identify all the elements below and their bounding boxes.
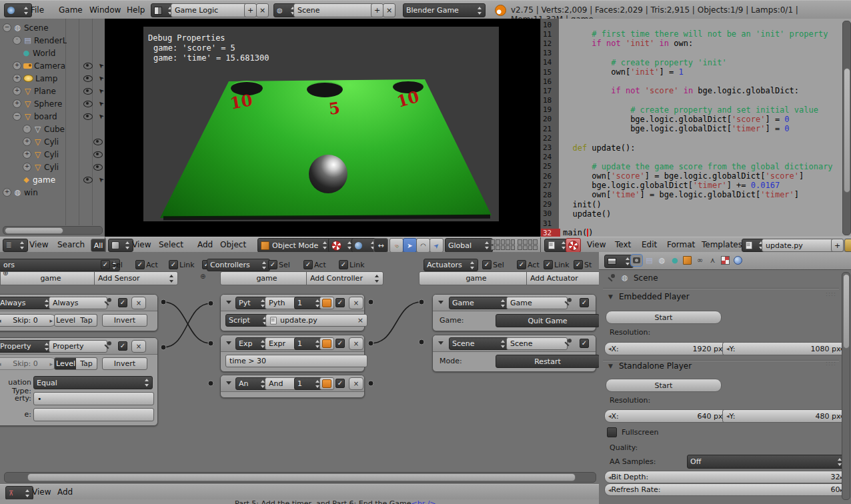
controller-and-mark-button[interactable] xyxy=(319,377,334,390)
actuators-filter-state-checkbox[interactable]: ✓ xyxy=(574,260,583,269)
selectable-pointer-icon[interactable]: ➤ xyxy=(96,74,105,83)
embedded-resolution-x-stepper[interactable]: ◂X:1920 px▸ xyxy=(604,342,730,355)
sensors-plus-icon[interactable]: ⊕ xyxy=(3,269,8,277)
tab-object-data[interactable]: ⋏ xyxy=(707,255,718,266)
code-line-19[interactable]: 19 # create property and set initial val… xyxy=(541,105,834,115)
expand-toggle[interactable]: + xyxy=(13,74,21,83)
sensors-filter-act-checkbox[interactable]: ✓ xyxy=(135,260,145,269)
code-line-30[interactable]: 30 update() xyxy=(541,209,834,219)
selectable-pointer-icon[interactable]: ➤ xyxy=(96,61,105,71)
outliner-filter-all-button[interactable]: All xyxy=(91,239,106,252)
expand-toggle[interactable]: + xyxy=(13,87,21,95)
manipulator-toggle-button[interactable]: ↔ xyxy=(373,238,388,253)
controller-and-type-dropdown[interactable]: An xyxy=(235,377,269,390)
tab-world[interactable]: ● xyxy=(669,255,680,266)
tab-render-layers[interactable]: ▤ xyxy=(644,255,655,266)
actuators-filter-act-checkbox[interactable]: ✓ xyxy=(517,260,526,269)
editor-type-3dview-dropdown[interactable] xyxy=(108,239,133,252)
selectable-pointer-icon[interactable]: ➤ xyxy=(96,175,105,185)
sensor-always-delete-button[interactable]: × xyxy=(131,297,146,309)
text-menu-templates[interactable]: Templates xyxy=(702,240,742,249)
tab-object[interactable] xyxy=(682,255,693,266)
logic-hscrollbar[interactable] xyxy=(4,472,596,483)
value-field[interactable] xyxy=(33,408,154,421)
panel-collapse-triangle[interactable]: ▼ xyxy=(608,363,613,369)
layers-grid[interactable] xyxy=(491,239,515,250)
actuators-filter-link-checkbox[interactable]: ✓ xyxy=(544,260,553,269)
evaluation-type-dropdown[interactable]: Equal xyxy=(33,376,153,389)
sensor-property-tap-button[interactable]: Tap xyxy=(76,357,97,370)
sensor-brick-property[interactable]: Property Property ✓ × ◂Skip: 0▸ Level Ta… xyxy=(0,337,158,426)
text-menu-view[interactable]: View xyxy=(587,240,606,249)
code-line-20[interactable]: 20 bge.logic.globalDict['score'] = 0 xyxy=(541,115,834,124)
code-line-13[interactable]: 13 xyxy=(541,49,834,58)
outliner-item-label[interactable]: Cyli xyxy=(44,163,59,172)
actuator-game-enable-checkbox[interactable]: ✓ xyxy=(580,298,589,307)
texteditor-vscrollbar[interactable] xyxy=(842,21,851,235)
pin-icon[interactable] xyxy=(103,297,113,307)
close-layout-button[interactable]: × xyxy=(256,3,269,17)
editor-type-logic-dropdown[interactable]: ⊼ xyxy=(5,486,33,500)
outliner-row-world[interactable]: World xyxy=(0,47,105,59)
code-line-21[interactable]: 21 bge.logic.globalDict['timer'] = 0 xyxy=(541,124,834,133)
outliner-menu-view[interactable]: View xyxy=(29,240,48,249)
code-area[interactable]: 1011 # first time there will not be an '… xyxy=(541,20,834,237)
expand-toggle[interactable]: + xyxy=(3,188,11,197)
mode-dropdown[interactable]: Object Mode xyxy=(257,238,331,253)
actuator-game-type-dropdown[interactable]: Game xyxy=(449,297,509,309)
tab-texture[interactable] xyxy=(720,255,731,266)
manipulator-translate-button[interactable]: ➤ xyxy=(403,238,417,253)
code-line-29[interactable]: 29 init() xyxy=(541,200,834,209)
code-line-27[interactable]: 27 bge.logic.globalDict['timer'] += 0.01… xyxy=(541,181,834,190)
controller-python-delete-button[interactable]: × xyxy=(349,297,363,309)
controller-python-enable-checkbox[interactable]: ✓ xyxy=(335,298,345,307)
sensor-always-type-dropdown[interactable]: Always xyxy=(0,297,53,309)
screen-layout-name-field[interactable]: Game Logic xyxy=(171,3,251,17)
code-line-14[interactable]: 14 # create property 'init' xyxy=(541,58,834,67)
panel-grip[interactable]: :::: xyxy=(826,360,836,367)
controllers-plus-icon[interactable]: ⊕ xyxy=(200,273,205,280)
actuators-filter-sel-checkbox[interactable]: ✓ xyxy=(482,260,492,269)
standalone-resolution-y-stepper[interactable]: ◂Y:480 px▸ xyxy=(722,409,848,423)
actuators-type-dropdown[interactable]: Actuators xyxy=(423,259,478,271)
selectable-pointer-icon[interactable]: ➤ xyxy=(96,112,105,121)
actuator-game-name-field[interactable]: Game xyxy=(506,297,568,309)
controller-and-enable-checkbox[interactable]: ✓ xyxy=(335,379,345,388)
code-line-11[interactable]: 11 # first time there will not be an 'in… xyxy=(541,29,834,39)
visibility-eye-icon[interactable] xyxy=(93,151,103,158)
outliner-row-cyli[interactable]: +Cyli➤ xyxy=(0,148,105,161)
pin-icon[interactable] xyxy=(564,338,573,347)
aa-samples-dropdown[interactable]: Off xyxy=(687,455,846,469)
sensors-filter-link-checkbox[interactable]: ✓ xyxy=(169,260,178,269)
actuator-scene-mode-dropdown[interactable]: Restart xyxy=(496,355,600,368)
collapse-triangle[interactable] xyxy=(438,341,444,345)
outliner-item-label[interactable]: Cyli xyxy=(44,137,59,147)
visibility-eye-icon[interactable] xyxy=(83,88,93,95)
expand-toggle[interactable]: + xyxy=(23,163,31,171)
expand-toggle[interactable]: − xyxy=(3,23,11,32)
code-line-25[interactable]: 25 # update the game score from the glob… xyxy=(541,162,834,171)
text-name-field[interactable]: update.py xyxy=(762,239,838,252)
manipulator-scale-button[interactable]: ➤ xyxy=(430,238,444,253)
fullscreen-checkbox[interactable]: ✓ xyxy=(607,427,617,437)
texteditor-vscrollbar-thumb[interactable] xyxy=(844,68,850,193)
properties-vscrollbar-thumb[interactable] xyxy=(843,274,850,349)
view3d-menu-select[interactable]: Select xyxy=(159,240,183,249)
controller-brick-expression[interactable]: Exp Expr 1 ✓ × time > 30 xyxy=(220,335,365,372)
logic-hscrollbar-thumb[interactable] xyxy=(27,473,576,481)
controllers-filter-link-checkbox[interactable]: ✓ xyxy=(339,260,348,269)
controller-brick-python[interactable]: Pyt Pyth 1 ✓ × Script update.py × xyxy=(220,294,365,331)
text-menu-text[interactable]: Text xyxy=(615,240,631,249)
sensor-property-enable-checkbox[interactable]: ✓ xyxy=(118,341,127,351)
tab-scene[interactable]: ◍ xyxy=(656,255,668,266)
sensor-property-type-dropdown[interactable]: Property xyxy=(0,340,53,353)
new-text-button[interactable]: + xyxy=(831,239,844,252)
code-line-24[interactable]: 24 xyxy=(541,153,834,162)
code-line-31[interactable]: 31 xyxy=(541,219,834,228)
outliner-item-label[interactable]: Plane xyxy=(34,87,56,96)
sensor-property-delete-button[interactable]: × xyxy=(131,340,146,353)
logic-menu-view[interactable]: View xyxy=(32,487,51,497)
outliner-item-label[interactable]: Lamp xyxy=(35,74,57,83)
outliner-item-label[interactable]: Camera xyxy=(34,61,65,71)
outliner-item-label[interactable]: game xyxy=(33,175,55,185)
